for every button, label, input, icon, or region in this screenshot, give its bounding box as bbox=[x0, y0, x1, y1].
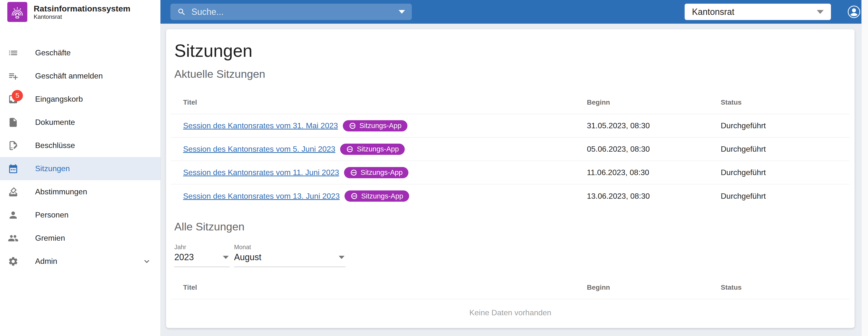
month-label: Monat bbox=[234, 243, 345, 251]
sidebar-item-dokumente[interactable]: Dokumente bbox=[0, 111, 160, 134]
empty-state-row: Keine Daten vorhanden bbox=[171, 299, 850, 326]
chevron-down-icon bbox=[223, 256, 229, 259]
table-row: Session des Kantonsrates vom 5. Juni 202… bbox=[171, 138, 850, 161]
sidebar-item-personen[interactable]: Personen bbox=[0, 203, 160, 226]
year-label: Jahr bbox=[174, 243, 230, 251]
status-cell: Durchgeführt bbox=[709, 168, 850, 177]
sidebar-item-label: Sitzungen bbox=[35, 164, 70, 173]
sidebar-item-eingangskorb[interactable]: 5 Eingangskorb bbox=[0, 88, 160, 111]
calendar-icon bbox=[8, 163, 19, 174]
column-header-beginn: Beginn bbox=[575, 98, 709, 106]
sidebar-nav: Geschäfte Geschäft anmelden 5 Eingangsko… bbox=[0, 24, 160, 273]
search-box[interactable] bbox=[170, 4, 412, 20]
ballot-icon bbox=[8, 186, 19, 197]
brand-header: Ratsinformationssystem Kantonsrat bbox=[0, 0, 160, 24]
app-logo[interactable] bbox=[7, 2, 27, 22]
user-avatar[interactable] bbox=[847, 5, 861, 18]
org-select[interactable]: Kantonsrat bbox=[685, 4, 831, 20]
link-icon bbox=[350, 192, 358, 200]
month-value: August bbox=[234, 252, 261, 262]
sidebar-item-geschaeft-anmelden[interactable]: Geschäft anmelden bbox=[0, 64, 160, 88]
month-select[interactable]: Monat August bbox=[234, 243, 345, 267]
search-scope-caret-icon[interactable] bbox=[399, 10, 405, 14]
sidebar-item-label: Admin bbox=[35, 257, 57, 266]
sidebar-item-sitzungen[interactable]: Sitzungen bbox=[0, 157, 160, 180]
link-icon bbox=[350, 169, 358, 177]
column-header-beginn: Beginn bbox=[575, 283, 709, 292]
inbox-icon: 5 bbox=[8, 94, 19, 104]
sidebar-item-beschluesse[interactable]: Beschlüsse bbox=[0, 134, 160, 157]
sidebar-item-label: Geschäfte bbox=[35, 48, 71, 57]
app-title: Ratsinformationssystem bbox=[34, 4, 130, 13]
content-card: Sitzungen Aktuelle Sitzungen Titel Begin… bbox=[166, 29, 855, 328]
list-icon bbox=[8, 48, 19, 58]
app-root: Ratsinformationssystem Kantonsrat Geschä… bbox=[0, 0, 868, 336]
current-sessions-table: Titel Beginn Status Session des Kantonsr… bbox=[171, 91, 850, 208]
scrollbar[interactable] bbox=[861, 0, 868, 336]
search-input[interactable] bbox=[191, 7, 395, 17]
column-header-status: Status bbox=[709, 283, 850, 292]
sidebar-item-geschaefte[interactable]: Geschäfte bbox=[0, 41, 160, 64]
sidebar-item-gremien[interactable]: Gremien bbox=[0, 226, 160, 250]
status-cell: Durchgeführt bbox=[709, 192, 850, 201]
column-header-status: Status bbox=[709, 98, 850, 106]
beginn-cell: 05.06.2023, 08:30 bbox=[575, 145, 709, 154]
org-select-value: Kantonsrat bbox=[692, 7, 734, 17]
status-cell: Durchgeführt bbox=[709, 121, 850, 130]
page-title: Sitzungen bbox=[174, 40, 855, 61]
sidebar: Ratsinformationssystem Kantonsrat Geschä… bbox=[0, 0, 160, 336]
year-select[interactable]: Jahr 2023 bbox=[174, 243, 230, 267]
all-sessions-filters: Jahr 2023 Monat August bbox=[174, 243, 855, 267]
chevron-down-icon bbox=[339, 256, 344, 259]
chevron-down-icon bbox=[817, 10, 824, 14]
playlist-add-icon bbox=[8, 71, 19, 82]
app-subtitle: Kantonsrat bbox=[34, 13, 130, 20]
session-link[interactable]: Session des Kantonsrates vom 13. Juni 20… bbox=[183, 192, 340, 201]
sidebar-item-label: Geschäft anmelden bbox=[35, 71, 103, 81]
topbar: Kantonsrat bbox=[160, 0, 861, 24]
table-header-row: Titel Beginn Status bbox=[171, 276, 850, 299]
beginn-cell: 13.06.2023, 08:30 bbox=[575, 192, 709, 201]
document-icon bbox=[8, 117, 19, 128]
link-icon bbox=[349, 122, 356, 130]
link-icon bbox=[346, 145, 354, 153]
table-header-row: Titel Beginn Status bbox=[171, 91, 850, 114]
parliament-icon bbox=[10, 5, 25, 19]
table-row: Session des Kantonsrates vom 11. Juni 20… bbox=[171, 161, 850, 184]
column-header-titel: Titel bbox=[171, 283, 575, 292]
sidebar-item-label: Eingangskorb bbox=[35, 95, 83, 103]
search-icon bbox=[177, 7, 186, 16]
all-sessions-table: Titel Beginn Status Keine Daten vorhande… bbox=[171, 276, 850, 326]
sidebar-item-label: Beschlüsse bbox=[35, 141, 75, 150]
session-link[interactable]: Session des Kantonsrates vom 11. Juni 20… bbox=[183, 168, 339, 177]
table-row: Session des Kantonsrates vom 31. Mai 202… bbox=[171, 114, 850, 138]
account-icon bbox=[847, 5, 861, 18]
beginn-cell: 31.05.2023, 08:30 bbox=[575, 121, 709, 130]
sidebar-item-label: Personen bbox=[35, 210, 68, 219]
groups-icon bbox=[8, 233, 19, 244]
empty-state-text: Keine Daten vorhanden bbox=[469, 308, 551, 317]
current-sessions-heading: Aktuelle Sitzungen bbox=[174, 67, 855, 81]
document-edit-icon bbox=[8, 140, 19, 151]
status-cell: Durchgeführt bbox=[709, 145, 850, 154]
all-sessions-heading: Alle Sitzungen bbox=[174, 220, 855, 234]
table-row: Session des Kantonsrates vom 13. Juni 20… bbox=[171, 184, 850, 208]
sidebar-item-label: Dokumente bbox=[35, 118, 75, 127]
gear-icon bbox=[8, 256, 19, 267]
person-icon bbox=[8, 210, 19, 220]
inbox-count-badge: 5 bbox=[12, 90, 23, 101]
sidebar-item-abstimmungen[interactable]: Abstimmungen bbox=[0, 180, 160, 203]
sitzungs-app-badge[interactable]: Sitzungs-App bbox=[344, 167, 409, 178]
brand-text: Ratsinformationssystem Kantonsrat bbox=[34, 4, 130, 20]
beginn-cell: 11.06.2023, 08:30 bbox=[575, 168, 709, 177]
sitzungs-app-badge[interactable]: Sitzungs-App bbox=[340, 144, 405, 155]
sitzungs-app-badge[interactable]: Sitzungs-App bbox=[344, 190, 409, 202]
column-header-titel: Titel bbox=[171, 98, 575, 106]
sidebar-item-label: Gremien bbox=[35, 234, 65, 243]
sitzungs-app-badge[interactable]: Sitzungs-App bbox=[343, 120, 407, 131]
session-link[interactable]: Session des Kantonsrates vom 31. Mai 202… bbox=[183, 121, 338, 130]
session-link[interactable]: Session des Kantonsrates vom 5. Juni 202… bbox=[183, 145, 335, 154]
sidebar-item-label: Abstimmungen bbox=[35, 187, 87, 196]
sidebar-item-admin[interactable]: Admin bbox=[0, 250, 160, 273]
chevron-down-icon bbox=[142, 256, 152, 266]
